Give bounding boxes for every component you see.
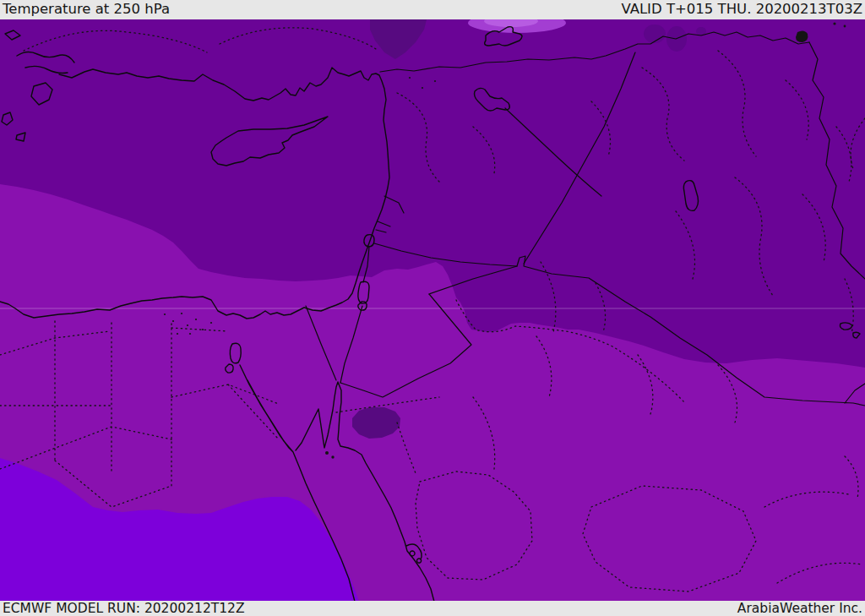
weather-map-window: Temperature at 250 hPa VALID T+015 THU. … — [0, 0, 865, 616]
header-strip: Temperature at 250 hPa VALID T+015 THU. … — [0, 0, 865, 19]
footer-strip: ECMWF MODEL RUN: 20200212T12Z ArabiaWeat… — [0, 601, 865, 616]
map-speck — [833, 22, 835, 25]
valid-time-label: VALID T+015 THU. 20200213T03Z — [621, 1, 862, 17]
island-sanafir — [331, 455, 334, 458]
provider-credit: ArabiaWeather Inc. — [737, 601, 862, 616]
map-title: Temperature at 250 hPa — [3, 1, 170, 17]
lake-urmia — [796, 30, 808, 42]
map-speck — [844, 25, 846, 28]
temperature-map-canvas — [0, 19, 865, 602]
island-tiran — [325, 451, 329, 455]
cold-pocket-east-1 — [644, 25, 666, 43]
model-run-label: ECMWF MODEL RUN: 20200212T12Z — [3, 601, 245, 616]
